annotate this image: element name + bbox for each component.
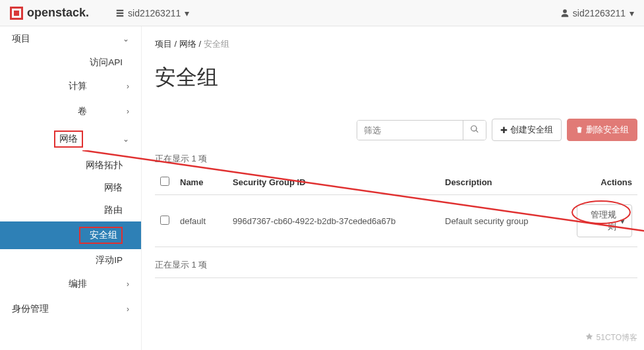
cell-sgid: 996d7367-cb60-4922-b2db-37ceded6a67b bbox=[227, 195, 440, 247]
sidebar-item-network-topology[interactable]: 网络拓扑 bbox=[0, 154, 141, 177]
plus-icon: ✚ bbox=[500, 125, 508, 135]
sidebar-label: 浮动IP bbox=[79, 254, 123, 266]
watermark-icon bbox=[585, 332, 594, 341]
sidebar-label: 访问API bbox=[12, 57, 123, 69]
select-all-checkbox[interactable] bbox=[160, 177, 169, 186]
user-dropdown[interactable]: sid21263211 ▾ bbox=[560, 8, 634, 18]
table-row: default 996d7367-cb60-4922-b2db-37ceded6… bbox=[155, 195, 637, 247]
sidebar-label: 编排 bbox=[69, 278, 87, 290]
watermark-text: 51CTO博客 bbox=[585, 332, 637, 343]
page-title: 安全组 bbox=[155, 63, 637, 92]
sidebar-label: 计算 bbox=[69, 80, 87, 92]
brand-text: openstack bbox=[27, 6, 86, 20]
project-icon bbox=[115, 9, 125, 18]
chevron-down-icon: ▾ bbox=[185, 8, 189, 18]
chevron-right-icon: › bbox=[127, 107, 129, 116]
col-desc: Description bbox=[440, 170, 571, 195]
col-sgid: Security Group ID bbox=[227, 170, 440, 195]
user-name: sid21263211 bbox=[573, 8, 626, 18]
breadcrumb: 项目 / 网络 / 安全组 bbox=[155, 38, 637, 50]
chevron-down-icon: ⌄ bbox=[123, 34, 129, 44]
breadcrumb-item-current: 安全组 bbox=[204, 39, 229, 49]
sidebar: 项目 ⌄ 访问API 计算 › 卷 › 网络 ⌄ 网络拓扑 网络 路由 安全组 bbox=[0, 26, 142, 350]
toolbar: ✚ 创建安全组 删除安全组 bbox=[155, 119, 637, 141]
trash-icon bbox=[575, 126, 583, 134]
filter-search-button[interactable] bbox=[463, 121, 486, 140]
button-label: 创建安全组 bbox=[510, 124, 553, 136]
table-summary-bottom: 正在显示 1 项 bbox=[155, 259, 637, 278]
cell-desc: Default security group bbox=[440, 195, 571, 247]
chevron-right-icon: › bbox=[127, 82, 129, 91]
sidebar-label: 网络拓扑 bbox=[79, 160, 123, 171]
project-name: sid21263211 bbox=[128, 8, 181, 18]
sidebar-item-security-groups[interactable]: 安全组 bbox=[0, 221, 141, 249]
sidebar-label: 网络 bbox=[54, 131, 83, 148]
col-actions: Actions bbox=[571, 170, 637, 195]
create-security-group-button[interactable]: ✚ 创建安全组 bbox=[492, 119, 562, 141]
sidebar-item-networks[interactable]: 网络 bbox=[0, 177, 141, 199]
sidebar-item-network[interactable]: 网络 ⌄ bbox=[0, 124, 141, 154]
button-label: 管理规则 bbox=[584, 209, 616, 233]
security-groups-table: Name Security Group ID Description Actio… bbox=[155, 170, 637, 247]
button-label: 删除安全组 bbox=[586, 124, 629, 136]
brand-logo[interactable]: openstack. bbox=[10, 6, 89, 20]
user-icon bbox=[560, 9, 570, 18]
sidebar-item-floating-ips[interactable]: 浮动IP bbox=[0, 249, 141, 272]
top-bar: openstack. sid21263211 ▾ sid21263211 ▾ bbox=[0, 0, 644, 26]
chevron-down-icon: ▾ bbox=[629, 8, 634, 18]
sidebar-item-project[interactable]: 项目 ⌄ bbox=[0, 26, 141, 51]
chevron-down-icon: ⌄ bbox=[123, 134, 129, 144]
sidebar-label: 路由 bbox=[79, 204, 123, 216]
col-name: Name bbox=[175, 170, 227, 195]
sidebar-label: 安全组 bbox=[79, 227, 123, 244]
search-icon bbox=[470, 125, 479, 134]
delete-security-group-button[interactable]: 删除安全组 bbox=[567, 119, 637, 141]
chevron-right-icon: › bbox=[127, 305, 129, 314]
filter-input[interactable] bbox=[357, 121, 463, 140]
sidebar-item-compute[interactable]: 计算 › bbox=[0, 74, 141, 99]
sidebar-label: 项目 bbox=[12, 33, 30, 45]
project-dropdown[interactable]: sid21263211 ▾ bbox=[115, 8, 189, 18]
sidebar-label: 身份管理 bbox=[12, 303, 49, 315]
openstack-icon bbox=[10, 7, 23, 20]
chevron-down-icon: ▾ bbox=[620, 216, 625, 226]
breadcrumb-item[interactable]: 网络 bbox=[179, 39, 196, 49]
filter-box bbox=[357, 120, 486, 140]
sidebar-label: 网络 bbox=[79, 182, 123, 194]
sidebar-item-routers[interactable]: 路由 bbox=[0, 199, 141, 221]
cell-name: default bbox=[175, 195, 227, 247]
breadcrumb-item[interactable]: 项目 bbox=[155, 39, 172, 49]
main-content: 项目 / 网络 / 安全组 安全组 ✚ 创建安全组 删除安全组 正在显示 1 项 bbox=[142, 26, 644, 350]
row-checkbox[interactable] bbox=[160, 216, 169, 225]
sidebar-label: 卷 bbox=[78, 105, 87, 117]
table-summary-top: 正在显示 1 项 bbox=[155, 153, 637, 165]
sidebar-item-orchestration[interactable]: 编排 › bbox=[0, 272, 141, 297]
sidebar-item-api[interactable]: 访问API bbox=[0, 51, 141, 74]
sidebar-item-identity[interactable]: 身份管理 › bbox=[0, 297, 141, 322]
chevron-right-icon: › bbox=[127, 279, 129, 289]
manage-rules-button[interactable]: 管理规则 ▾ bbox=[577, 204, 632, 237]
sidebar-item-volumes[interactable]: 卷 › bbox=[0, 99, 141, 124]
